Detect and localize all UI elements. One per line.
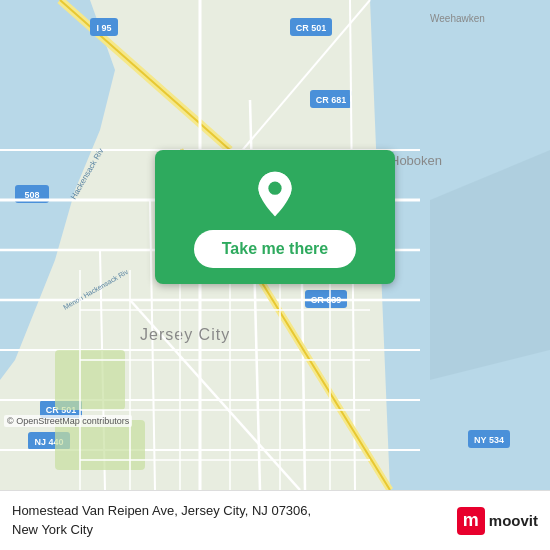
footer-address: Homestead Van Reipen Ave, Jersey City, N… <box>12 502 457 538</box>
svg-text:Hoboken: Hoboken <box>390 153 442 168</box>
svg-text:Weehawken: Weehawken <box>430 13 485 24</box>
location-pin-icon <box>251 170 299 218</box>
svg-text:NY 534: NY 534 <box>474 435 504 445</box>
address-text: Homestead Van Reipen Ave, Jersey City, N… <box>12 502 457 538</box>
cta-card: Take me there <box>155 150 395 284</box>
svg-text:Jersey City: Jersey City <box>140 326 230 343</box>
svg-rect-46 <box>55 420 145 470</box>
svg-text:CR 681: CR 681 <box>316 95 347 105</box>
svg-text:I 95: I 95 <box>96 23 111 33</box>
moovit-brand-name: moovit <box>489 512 538 529</box>
take-me-there-button[interactable]: Take me there <box>194 230 356 268</box>
moovit-logo[interactable]: m moovit <box>457 507 538 535</box>
address-line2: New York City <box>12 522 93 537</box>
svg-text:CR 501: CR 501 <box>296 23 327 33</box>
svg-rect-45 <box>55 350 125 410</box>
map-container: I 95 CR 501 508 CR 681 CR 639 CR 501 NJ … <box>0 0 550 490</box>
green-card: Take me there <box>155 150 395 284</box>
svg-point-59 <box>268 182 281 195</box>
footer-bar: Homestead Van Reipen Ave, Jersey City, N… <box>0 490 550 550</box>
address-line1: Homestead Van Reipen Ave, Jersey City, N… <box>12 503 311 518</box>
moovit-logo-icon: m <box>457 507 485 535</box>
osm-credit: © OpenStreetMap contributors <box>4 415 132 427</box>
